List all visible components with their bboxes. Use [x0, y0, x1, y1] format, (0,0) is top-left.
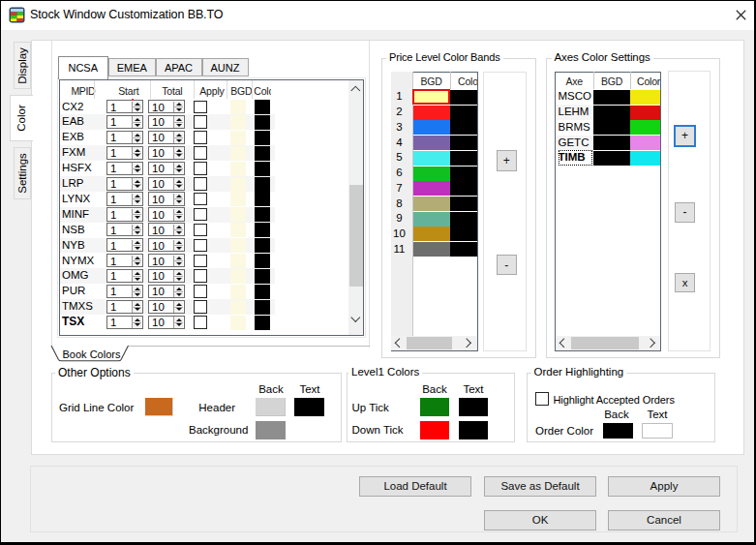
svg-text:Book Colors: Book Colors — [63, 348, 121, 360]
